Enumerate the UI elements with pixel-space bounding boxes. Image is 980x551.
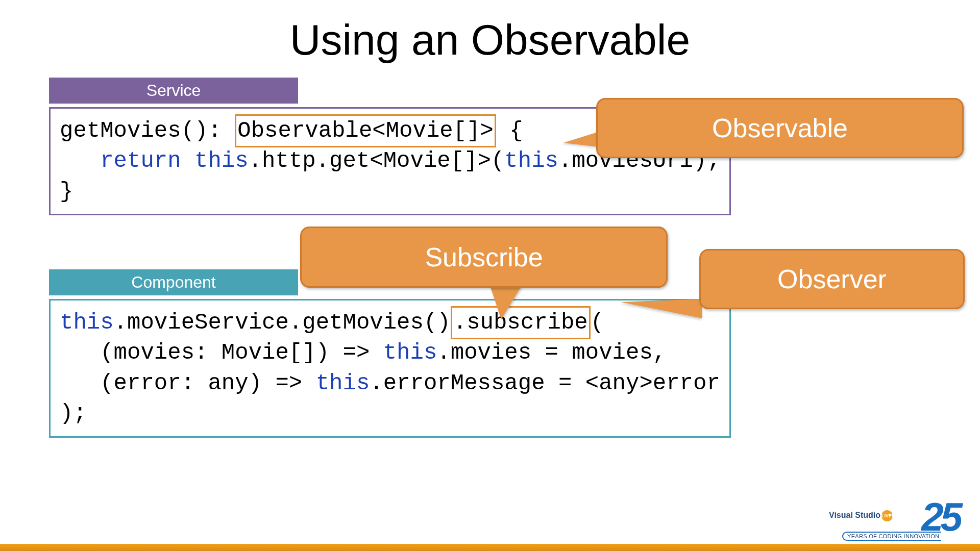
- observable-type-highlight: Observable<Movie[]>: [235, 114, 496, 147]
- subscribe-callout: Subscribe: [300, 227, 668, 288]
- code-text: (: [591, 310, 604, 335]
- code-text: }: [60, 179, 73, 204]
- code-text: .http.get<Movie[]>(: [249, 148, 505, 173]
- footer-accent-bar: [0, 544, 980, 551]
- observer-callout-tail: [621, 299, 702, 318]
- slide: Using an Observable Service getMovies():…: [0, 0, 980, 551]
- observer-callout: Observer: [699, 249, 965, 309]
- subscribe-callout-tail: [490, 286, 522, 319]
- code-text: (error: any) =>: [60, 370, 316, 396]
- code-text: .movies = movies,: [437, 340, 666, 365]
- code-text: .movieService.getMovies(): [114, 310, 451, 335]
- code-text: );: [60, 400, 87, 426]
- code-text: {: [496, 118, 523, 143]
- logo-brand: Visual Studio: [829, 511, 880, 519]
- code-keyword: this: [316, 370, 370, 396]
- component-code-block: this.movieService.getMovies().subscribe(…: [49, 299, 731, 438]
- code-text: (movies: Movie[]) =>: [60, 340, 383, 365]
- code-text: .errorMessage = <any>error: [370, 370, 720, 396]
- component-panel-label: Component: [49, 269, 298, 295]
- slide-title: Using an Observable: [0, 15, 980, 65]
- observable-callout: Observable: [596, 98, 964, 158]
- code-text: [60, 148, 100, 173]
- code-keyword: this: [383, 340, 437, 365]
- code-keyword: return this: [100, 148, 248, 173]
- code-text: getMovies():: [60, 118, 235, 143]
- service-panel-label: Service: [49, 78, 298, 104]
- observable-callout-tail: [564, 132, 599, 147]
- code-keyword: this: [504, 148, 558, 173]
- logo-live-badge: LIVE!: [881, 510, 893, 521]
- vslive-logo: Visual StudioLIVE! 25 YEARS OF CODING IN…: [847, 497, 960, 538]
- logo-brand-text: Visual StudioLIVE!: [829, 510, 893, 521]
- logo-tagline: YEARS OF CODING INNOVATION: [842, 532, 941, 541]
- code-keyword: this: [60, 310, 114, 335]
